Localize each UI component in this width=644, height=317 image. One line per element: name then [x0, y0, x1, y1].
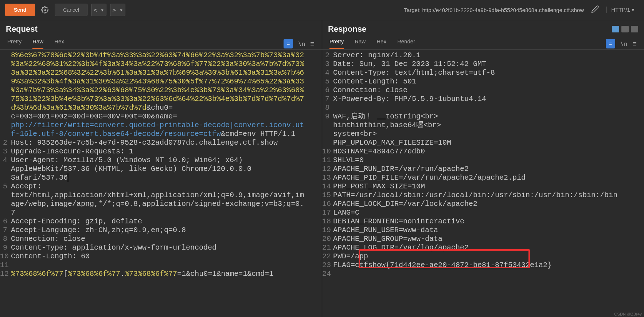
editor-line[interactable]: 4Content-Type: text/html;charset=utf-8	[322, 69, 644, 77]
editor-line[interactable]: hinthinthint,base64喔<br>	[322, 121, 644, 130]
cancel-button[interactable]: Cancel	[55, 4, 87, 16]
line-content[interactable]: APACHE_RUN_USER=www-data	[333, 226, 644, 235]
editor-line[interactable]: 7Accept-Language: zh-CN,zh;q=0.9,en;q=0.…	[0, 226, 322, 235]
editor-menu-icon[interactable]: ≡	[310, 40, 315, 48]
line-content[interactable]: 7	[11, 208, 322, 217]
history-prev-button[interactable]: < ▾	[91, 4, 106, 16]
editor-line[interactable]: 9WAF,启动！ __toString<br>	[322, 112, 644, 121]
editor-line[interactable]: f-16le.utf-8/convert.base64-decode/resou…	[0, 130, 322, 138]
tab-raw[interactable]: Raw	[355, 38, 366, 49]
line-content[interactable]: HOSTNAME=4894c777edb0	[333, 147, 644, 156]
line-content[interactable]: 8%6e%67%78%6e%22%3b%4f%3a%33%3a%22%63%74…	[11, 51, 322, 60]
line-content[interactable]: f-16le.utf-8/convert.base64-decode/resou…	[11, 130, 322, 138]
editor-line[interactable]: 16APACHE_LOCK_DIR=/var/lock/apache2	[322, 200, 644, 208]
layout-stacked-icon[interactable]	[621, 26, 629, 32]
line-content[interactable]: Content-Type: application/x-www-form-url…	[11, 243, 322, 252]
line-content[interactable]: Safari/537.36	[11, 173, 322, 182]
line-content[interactable]: APACHE_RUN_GROUP=www-data	[333, 235, 644, 243]
show-newlines-icon[interactable]: \n	[298, 40, 305, 47]
line-content[interactable]: PWD=/app	[333, 252, 644, 261]
line-content[interactable]: PHP_UPLOAD_MAX_FILESIZE=10M	[333, 138, 644, 147]
editor-line[interactable]: 11	[0, 261, 322, 270]
line-content[interactable]: text/html,application/xhtml+xml,applicat…	[11, 191, 322, 200]
line-content[interactable]: APACHE_LOCK_DIR=/var/lock/apache2	[333, 200, 644, 208]
editor-line[interactable]: 23FLAG=ctfshow{71d442ee-ae20-4872-be81-8…	[322, 261, 644, 270]
line-content[interactable]: %73%68%6f%77[%73%68%6f%77.%73%68%6f%77=1…	[11, 270, 322, 278]
editor-line[interactable]: system<br>	[322, 130, 644, 138]
editor-line[interactable]: 7	[0, 208, 322, 217]
editor-line[interactable]: 17LANG=C	[322, 208, 644, 217]
line-content[interactable]: Host: 935263de-7c5b-4e7d-9528-c32add0787…	[11, 138, 322, 147]
editor-line[interactable]: 2Host: 935263de-7c5b-4e7d-9528-c32add078…	[0, 138, 322, 147]
editor-line[interactable]: 8%6e%67%78%6e%22%3b%4f%3a%33%3a%22%63%74…	[0, 51, 322, 60]
line-content[interactable]: Connection: close	[333, 86, 644, 95]
line-content[interactable]: 75%31%22%3b%4e%3b%73%3a%33%3a%22%63%6d%6…	[11, 95, 322, 103]
line-content[interactable]: hinthinthint,base64喔<br>	[333, 121, 644, 130]
editor-line[interactable]: 9Content-Type: application/x-www-form-ur…	[0, 243, 322, 252]
line-content[interactable]	[333, 270, 644, 278]
editor-line[interactable]: 8Connection: close	[0, 235, 322, 243]
line-content[interactable]: Connection: close	[11, 235, 322, 243]
tab-pretty[interactable]: Pretty	[7, 38, 22, 49]
editor-line[interactable]: 5Accept:	[0, 182, 322, 191]
editor-line[interactable]: 12%73%68%6f%77[%73%68%6f%77.%73%68%6f%77…	[0, 270, 322, 278]
editor-line[interactable]: 2Server: nginx/1.20.1	[322, 51, 644, 60]
editor-line[interactable]: 15PATH=/usr/local/sbin:/usr/local/bin:/u…	[322, 191, 644, 200]
line-content[interactable]: APACHE_PID_FILE=/var/run/apache2/apache2…	[333, 173, 644, 182]
line-content[interactable]: d%3b%6d%3a%61%3a%30%3a%7b%7d%7d&chu0=	[11, 103, 322, 112]
editor-line[interactable]: d%3b%6d%3a%61%3a%30%3a%7b%7d%7d&chu0=	[0, 103, 322, 112]
editor-line[interactable]: text/html,application/xhtml+xml,applicat…	[0, 191, 322, 200]
line-content[interactable]: Accept-Language: zh-CN,zh;q=0.9,en;q=0.8	[11, 226, 322, 235]
response-editor[interactable]: 2Server: nginx/1.20.13Date: Sun, 31 Dec …	[322, 50, 644, 317]
editor-line[interactable]: 7X-Powered-By: PHP/5.5.9-1ubuntu4.14	[322, 95, 644, 103]
edit-target-icon[interactable]	[591, 5, 599, 15]
editor-line[interactable]: 10Content-Length: 60	[0, 252, 322, 261]
tab-render[interactable]: Render	[397, 38, 415, 49]
line-content[interactable]: 3a%32%3a%22%68%32%22%3b%61%3a%31%3a%7b%6…	[11, 69, 322, 77]
line-content[interactable]: Server: nginx/1.20.1	[333, 51, 644, 60]
line-content[interactable]: PATH=/usr/local/sbin:/usr/local/bin:/usr…	[333, 191, 644, 200]
editor-line[interactable]: AppleWebKit/537.36 (KHTML, like Gecko) C…	[0, 165, 322, 173]
editor-line[interactable]: 19APACHE_RUN_USER=www-data	[322, 226, 644, 235]
layout-toggle[interactable]	[612, 26, 638, 32]
line-content[interactable]: %3a%22%68%31%22%3b%4f%3a%34%3a%22%73%68%…	[11, 60, 322, 69]
http-version-selector[interactable]: HTTP/1 ▾	[606, 7, 639, 13]
request-editor[interactable]: 8%6e%67%78%6e%22%3b%4f%3a%33%3a%22%63%74…	[0, 50, 322, 317]
tab-pretty[interactable]: Pretty	[329, 38, 344, 49]
editor-line[interactable]: 5Content-Length: 501	[322, 77, 644, 86]
line-content[interactable]: APACHE_RUN_DIR=/var/run/apache2	[333, 165, 644, 173]
editor-line[interactable]: PHP_UPLOAD_MAX_FILESIZE=10M	[322, 138, 644, 147]
editor-line[interactable]: 10HOSTNAME=4894c777edb0	[322, 147, 644, 156]
show-newlines-icon[interactable]: \n	[620, 40, 627, 47]
editor-line[interactable]: 6Connection: close	[322, 86, 644, 95]
editor-line[interactable]: 14PHP_POST_MAX_SIZE=10M	[322, 182, 644, 191]
line-content[interactable]: Accept-Encoding: gzip, deflate	[11, 217, 322, 226]
line-content[interactable]: DEBIAN_FRONTEND=noninteractive	[333, 217, 644, 226]
editor-line[interactable]: %3a%22%68%31%22%3b%4f%3a%34%3a%22%73%68%…	[0, 60, 322, 69]
editor-line[interactable]: 11SHLVL=0	[322, 156, 644, 165]
line-content[interactable]: Upgrade-Insecure-Requests: 1	[11, 147, 322, 156]
editor-line[interactable]: age/webp,image/apng,*/*;q=0.8,applicatio…	[0, 200, 322, 208]
editor-menu-icon[interactable]: ≡	[632, 40, 637, 48]
line-content[interactable]: APACHE_LOG_DIR=/var/log/apache2	[333, 243, 644, 252]
editor-line[interactable]: php://filter/write=convert.quoted-printa…	[0, 121, 322, 130]
line-content[interactable]: PHP_POST_MAX_SIZE=10M	[333, 182, 644, 191]
editor-line[interactable]: 24	[322, 270, 644, 278]
history-next-button[interactable]: > ▾	[110, 4, 125, 16]
editor-line[interactable]: Safari/537.36	[0, 173, 322, 182]
tab-hex[interactable]: Hex	[376, 38, 386, 49]
tab-raw[interactable]: Raw	[32, 38, 43, 49]
wrap-lines-icon[interactable]: ≡	[606, 39, 615, 48]
line-content[interactable]: LANG=C	[333, 208, 644, 217]
line-content[interactable]: Content-Length: 60	[11, 252, 322, 261]
line-content[interactable]: php://filter/write=convert.quoted-printa…	[11, 121, 322, 130]
line-content[interactable]: age/webp,image/apng,*/*;q=0.8,applicatio…	[11, 200, 322, 208]
editor-line[interactable]: 75%31%22%3b%4e%3b%73%3a%33%3a%22%63%6d%6…	[0, 95, 322, 103]
line-content[interactable]: Accept:	[11, 182, 322, 191]
line-content[interactable]: %3a%7b%73%3a%34%3a%22%63%68%75%30%22%3b%…	[11, 86, 322, 95]
line-content[interactable]	[11, 261, 322, 270]
line-content[interactable]: X-Powered-By: PHP/5.5.9-1ubuntu4.14	[333, 95, 644, 103]
layout-split-icon[interactable]	[612, 26, 619, 32]
line-content[interactable]: Content-Type: text/html;charset=utf-8	[333, 69, 644, 77]
editor-line[interactable]: 13APACHE_PID_FILE=/var/run/apache2/apach…	[322, 173, 644, 182]
